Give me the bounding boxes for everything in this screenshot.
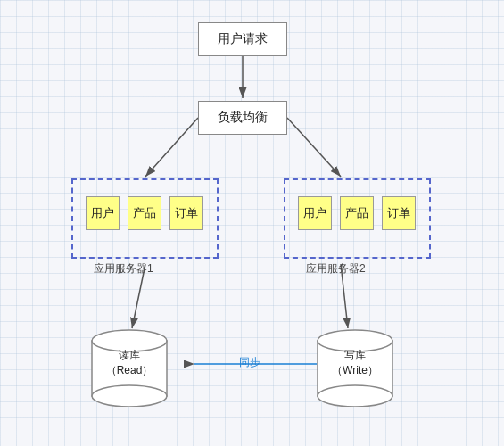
mini-box-order1: 订单 xyxy=(169,196,203,230)
write-db-label: 写库（Write） xyxy=(310,348,400,378)
load-balancer-box: 负载均衡 xyxy=(198,101,287,135)
write-db-cylinder: 写库（Write） xyxy=(310,328,400,407)
read-db-cylinder: 读库（Read） xyxy=(85,328,174,407)
mini-box-user1: 用户 xyxy=(86,196,120,230)
svg-line-4 xyxy=(145,118,198,177)
read-db-label: 读库（Read） xyxy=(85,348,174,378)
load-balancer-label: 负载均衡 xyxy=(218,110,268,126)
app-server2-label: 应用服务器2 xyxy=(306,261,366,277)
svg-point-14 xyxy=(318,385,392,407)
mini-box-user2: 用户 xyxy=(298,196,332,230)
svg-line-5 xyxy=(287,118,341,177)
mini-box-product1: 产品 xyxy=(128,196,161,230)
user-request-box: 用户请求 xyxy=(198,22,287,56)
mini-box-product2: 产品 xyxy=(340,196,374,230)
mini-box-order2: 订单 xyxy=(382,196,416,230)
svg-point-11 xyxy=(92,385,167,407)
diagram: 用户请求 负载均衡 应用服务器1 用户 产品 订单 应用服务器2 用户 产品 订… xyxy=(0,0,504,446)
user-request-label: 用户请求 xyxy=(218,31,268,47)
app-server1-label: 应用服务器1 xyxy=(94,261,153,277)
sync-label: 同步 xyxy=(239,355,260,370)
